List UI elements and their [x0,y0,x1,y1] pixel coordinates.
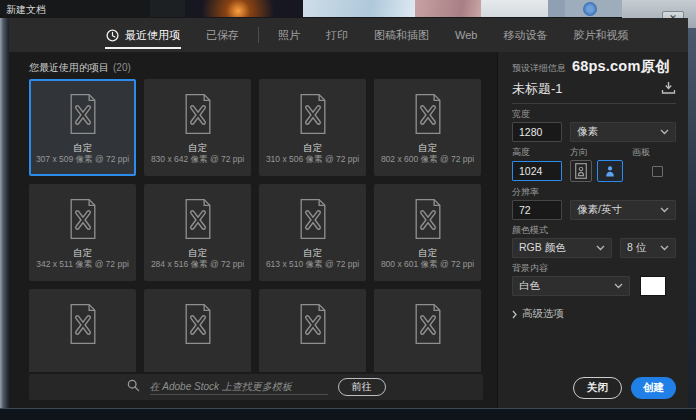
new-document-dialog: 最近使用项 已保存 照片 打印 图稿和插图 Web 移动设备 胶片和视频 您最近… [9,18,688,408]
recent-item-dims: 342 x 511 像素 @ 72 ppi [36,260,129,269]
bit-depth-dropdown[interactable]: 8 位 [620,238,676,258]
document-icon [66,198,100,240]
tab-film-video[interactable]: 胶片和视频 [560,18,641,52]
recent-item[interactable]: 自定 802 x 600 像素 @ 72 ppi [374,79,481,176]
save-preset-icon[interactable] [661,80,676,98]
document-title[interactable]: 未标题-1 [512,80,563,98]
recent-item[interactable]: 自定 307 x 509 像素 @ 72 ppi [29,79,136,176]
resolution-unit-value: 像素/英寸 [577,203,622,217]
recent-item[interactable]: 自定 613 x 510 像素 @ 72 ppi [259,184,366,281]
document-icon [181,198,215,240]
chevron-down-icon [614,283,623,289]
document-icon [296,93,330,135]
recent-item[interactable] [374,289,481,372]
recent-item[interactable]: 自定 830 x 642 像素 @ 72 ppi [144,79,251,176]
width-input[interactable] [512,122,562,142]
go-button[interactable]: 前往 [338,378,386,396]
recent-items-header: 您最近使用的项目(20) [29,61,131,75]
window-frame-right [688,28,696,408]
search-icon [127,378,140,396]
recent-items-pane: 您最近使用的项目(20) 自定 307 x 509 像素 @ 72 ppi [9,52,497,408]
clock-icon [106,29,119,42]
preset-details-pane: 预设详细信息 68ps.com原创 未标题-1 宽度 像素 高度 方 [498,52,688,408]
document-icon [411,198,445,240]
watermark-text: 68ps.com原创 [572,57,670,76]
tab-recent[interactable]: 最近使用项 [93,18,193,52]
window-title: 新建文档 [6,3,46,17]
orientation-portrait-button[interactable] [570,160,592,182]
artboards-checkbox[interactable] [652,166,663,177]
recent-item-dims: 800 x 601 像素 @ 72 ppi [381,260,474,269]
width-unit-value: 像素 [577,125,598,139]
background-color-swatch[interactable] [640,276,666,296]
document-icon [296,198,330,240]
document-icon [181,303,215,345]
recent-item-name: 自定 [418,143,437,153]
width-unit-dropdown[interactable]: 像素 [570,122,676,142]
document-icon [411,303,445,345]
resolution-unit-dropdown[interactable]: 像素/英寸 [570,200,676,220]
orientation-label: 方向 [570,147,632,158]
tab-photo[interactable]: 照片 [265,18,313,52]
chevron-down-icon [660,129,669,135]
orientation-landscape-button[interactable] [597,160,623,182]
height-label: 高度 [512,147,570,158]
close-button[interactable]: 关闭 [573,377,622,399]
resolution-input[interactable] [512,200,562,220]
landscape-icon [602,164,618,178]
recent-item[interactable]: 自定 284 x 516 像素 @ 72 ppi [144,184,251,281]
recent-item-dims: 284 x 516 像素 @ 72 ppi [151,260,244,269]
recent-item-name: 自定 [188,143,207,153]
color-mode-dropdown[interactable]: RGB 颜色 [512,238,612,258]
height-input[interactable] [512,161,562,181]
background-contents-value: 白色 [519,279,540,293]
background-contents-label: 背景内容 [512,263,676,274]
recent-item[interactable] [144,289,251,372]
preset-details-label: 预设详细信息 [512,62,566,75]
document-icon [181,93,215,135]
adobe-stock-search-bar: 前往 [29,374,483,400]
recent-item[interactable]: 自定 310 x 506 像素 @ 72 ppi [259,79,366,176]
tab-label: 图稿和插图 [374,28,429,43]
chevron-right-icon [512,310,517,319]
document-title-row: 未标题-1 [512,79,676,99]
recent-header-text: 您最近使用的项目 [29,62,109,73]
recent-item[interactable]: 自定 800 x 601 像素 @ 72 ppi [374,184,481,281]
tab-web[interactable]: Web [442,18,490,52]
stock-search-input[interactable] [150,379,328,395]
recent-item-name: 自定 [303,248,322,258]
window-frame-left [0,18,9,408]
document-icon [66,93,100,135]
tab-label: 打印 [326,28,348,43]
resolution-label: 分辨率 [512,187,676,198]
tab-art-illustration[interactable]: 图稿和插图 [361,18,442,52]
chevron-down-icon [660,207,669,213]
recent-item[interactable]: 自定 342 x 511 像素 @ 72 ppi [29,184,136,281]
tab-mobile[interactable]: 移动设备 [490,18,560,52]
recent-item[interactable] [259,289,366,372]
bit-depth-value: 8 位 [627,241,646,255]
category-tabbar: 最近使用项 已保存 照片 打印 图稿和插图 Web 移动设备 胶片和视频 [9,18,688,52]
color-mode-value: RGB 颜色 [519,241,566,255]
recent-item-name: 自定 [73,143,92,153]
tab-print[interactable]: 打印 [313,18,361,52]
recent-count: (20) [113,62,131,73]
recent-item[interactable] [29,289,136,372]
tab-saved[interactable]: 已保存 [193,18,252,52]
recent-item-dims: 310 x 506 像素 @ 72 ppi [266,155,359,164]
tab-label: 胶片和视频 [573,28,628,43]
tab-label: 已保存 [206,28,239,43]
document-icon [296,303,330,345]
background-contents-dropdown[interactable]: 白色 [512,276,630,296]
recent-item-dims: 613 x 510 像素 @ 72 ppi [266,260,359,269]
tab-label: 移动设备 [503,28,547,43]
create-button[interactable]: 创建 [631,377,676,399]
tab-label: Web [455,29,477,41]
recent-grid: 自定 307 x 509 像素 @ 72 ppi 自定 830 x 642 像素… [29,79,483,372]
window-frame-bottom [0,408,696,420]
preset-header-row: 预设详细信息 68ps.com原创 [512,57,676,76]
divider [512,103,676,104]
recent-item-name: 自定 [188,248,207,258]
recent-item-name: 自定 [73,248,92,258]
advanced-options-toggle[interactable]: 高级选项 [512,307,676,321]
